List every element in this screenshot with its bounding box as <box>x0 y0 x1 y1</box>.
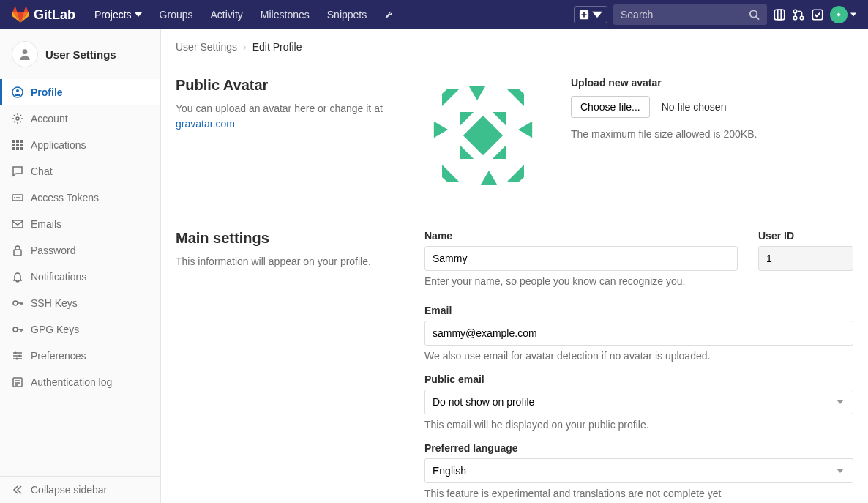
name-hint: Enter your name, so people you know can … <box>424 275 738 287</box>
nav-groups[interactable]: Groups <box>152 0 201 29</box>
svg-point-13 <box>23 49 28 54</box>
collapse-label: Collapse sidebar <box>31 484 107 496</box>
svg-rect-25 <box>20 147 23 150</box>
user-menu[interactable] <box>830 6 856 23</box>
sidebar-item-chat[interactable]: Chat <box>0 158 160 185</box>
svg-point-27 <box>14 197 15 198</box>
svg-point-15 <box>16 89 19 92</box>
breadcrumb: User Settings › Edit Profile <box>176 41 853 62</box>
collapse-icon <box>12 484 23 496</box>
public-email-hint: This email will be displayed on your pub… <box>424 419 853 431</box>
svg-point-6 <box>800 16 804 20</box>
issues-icon[interactable] <box>773 8 786 21</box>
sidebar-item-auth-log[interactable]: Authentication log <box>0 369 160 395</box>
svg-point-5 <box>793 16 797 20</box>
chevron-down-icon <box>135 11 142 18</box>
chevron-right-icon: › <box>243 41 247 53</box>
search-box[interactable] <box>613 4 767 25</box>
nav-activity[interactable]: Activity <box>203 0 250 29</box>
email-input[interactable] <box>424 321 853 346</box>
main-settings-desc: This information will appear on your pro… <box>176 254 395 269</box>
sidebar-item-label: Profile <box>31 86 63 98</box>
svg-rect-2 <box>774 10 785 20</box>
nav-milestones[interactable]: Milestones <box>253 0 317 29</box>
navbar-left: GitLab Projects Groups Activity Mileston… <box>12 0 399 29</box>
name-label: Name <box>424 230 738 242</box>
sidebar-item-access-tokens[interactable]: Access Tokens <box>0 185 160 211</box>
collapse-sidebar[interactable]: Collapse sidebar <box>0 477 160 503</box>
nav-projects[interactable]: Projects <box>87 0 149 29</box>
svg-point-29 <box>18 197 20 198</box>
applications-icon <box>12 139 23 151</box>
sidebar-item-label: Applications <box>31 139 86 151</box>
sidebar-item-emails[interactable]: Emails <box>0 211 160 237</box>
main-content: User Settings › Edit Profile Public Avat… <box>161 29 868 503</box>
new-dropdown[interactable] <box>574 6 607 23</box>
language-label: Preferred language <box>424 442 853 454</box>
sidebar-item-label: Access Tokens <box>31 192 99 204</box>
public-email-select[interactable]: Do not show on profile <box>424 390 853 414</box>
gravatar-link[interactable]: gravatar.com <box>176 118 235 130</box>
svg-rect-8 <box>837 12 841 17</box>
gitlab-logo-icon <box>12 6 29 23</box>
logo[interactable]: GitLab <box>12 6 75 23</box>
sidebar-item-gpg-keys[interactable]: GPG Keys <box>0 316 160 343</box>
preferences-icon <box>12 350 23 362</box>
chevron-down-icon <box>850 12 856 18</box>
svg-point-16 <box>16 117 19 120</box>
sidebar-item-ssh-keys[interactable]: SSH Keys <box>0 290 160 316</box>
public-email-label: Public email <box>424 373 853 385</box>
language-select[interactable]: English <box>424 458 853 483</box>
svg-rect-18 <box>16 140 19 143</box>
svg-rect-30 <box>12 220 23 228</box>
svg-rect-23 <box>12 147 15 150</box>
avatar-section-title: Public Avatar <box>176 77 395 94</box>
nav-admin[interactable] <box>377 0 399 29</box>
nav-projects-label: Projects <box>94 9 132 21</box>
name-input[interactable] <box>424 246 738 271</box>
sidebar-item-applications[interactable]: Applications <box>0 132 160 158</box>
sidebar-item-notifications[interactable]: Notifications <box>0 264 160 290</box>
gear-icon <box>12 113 23 124</box>
svg-point-32 <box>13 301 18 305</box>
breadcrumb-parent[interactable]: User Settings <box>176 41 237 53</box>
sidebar-item-preferences[interactable]: Preferences <box>0 343 160 369</box>
navbar: GitLab Projects Groups Activity Mileston… <box>0 0 868 29</box>
svg-rect-38 <box>463 116 503 155</box>
navbar-right <box>574 4 856 25</box>
user-avatar-small <box>830 6 848 23</box>
nav-snippets[interactable]: Snippets <box>320 0 374 29</box>
svg-marker-41 <box>506 89 524 106</box>
svg-marker-50 <box>493 145 506 159</box>
svg-point-35 <box>19 355 21 357</box>
svg-rect-21 <box>16 144 19 146</box>
choose-file-button[interactable]: Choose file... <box>571 96 650 118</box>
sidebar-item-profile[interactable]: Profile <box>0 79 160 105</box>
sidebar-item-password[interactable]: Password <box>0 237 160 264</box>
search-input[interactable] <box>621 9 749 21</box>
key-icon <box>12 324 23 335</box>
svg-marker-40 <box>469 86 485 100</box>
key-icon <box>12 297 23 309</box>
log-icon <box>12 376 23 388</box>
svg-marker-11 <box>833 18 836 21</box>
merge-requests-icon[interactable] <box>792 8 805 21</box>
user-icon <box>12 41 38 67</box>
sidebar: User Settings Profile Account Applicatio… <box>0 29 161 503</box>
userid-input <box>758 246 853 271</box>
avatar-section: Public Avatar You can upload an avatar h… <box>176 77 853 212</box>
file-status: No file chosen <box>662 101 727 113</box>
sidebar-item-label: Account <box>31 113 68 124</box>
sidebar-item-label: SSH Keys <box>31 297 78 309</box>
sidebar-item-account[interactable]: Account <box>0 105 160 132</box>
svg-rect-3 <box>778 10 782 20</box>
svg-marker-42 <box>434 122 448 138</box>
svg-point-36 <box>16 358 18 360</box>
todos-icon[interactable] <box>811 8 824 21</box>
svg-rect-20 <box>12 144 15 146</box>
svg-point-34 <box>15 352 17 354</box>
brand-name: GitLab <box>34 7 75 23</box>
svg-marker-10 <box>842 9 845 12</box>
svg-rect-22 <box>20 144 23 146</box>
email-hint: We also use email for avatar detection i… <box>424 350 853 362</box>
